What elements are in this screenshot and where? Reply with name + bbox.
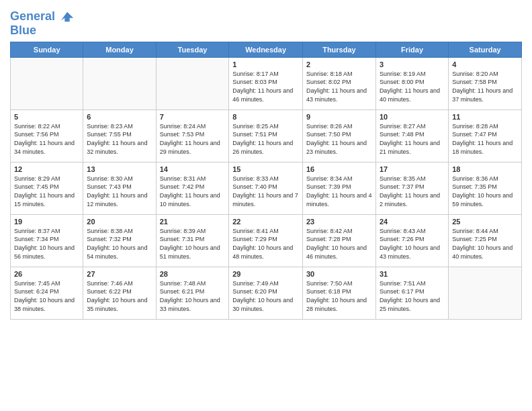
day-info: Sunrise: 8:38 AM Sunset: 7:32 PM Dayligh… — [87, 227, 152, 261]
day-number: 10 — [380, 113, 445, 121]
day-header-wednesday: Wednesday — [229, 42, 303, 57]
day-number: 17 — [380, 165, 445, 173]
day-cell: 18Sunrise: 8:36 AM Sunset: 7:35 PM Dayli… — [449, 162, 522, 214]
logo-text: General — [10, 9, 75, 24]
day-cell: 19Sunrise: 8:37 AM Sunset: 7:34 PM Dayli… — [11, 214, 83, 267]
day-info: Sunrise: 7:48 AM Sunset: 6:21 PM Dayligh… — [160, 279, 226, 313]
day-number: 5 — [14, 113, 79, 121]
day-info: Sunrise: 8:42 AM Sunset: 7:28 PM Dayligh… — [306, 227, 372, 261]
day-number: 4 — [452, 60, 518, 68]
day-cell: 31Sunrise: 7:51 AM Sunset: 6:17 PM Dayli… — [375, 267, 448, 319]
day-number: 8 — [232, 113, 299, 121]
day-number: 27 — [87, 270, 152, 278]
day-cell — [449, 267, 522, 319]
day-info: Sunrise: 8:20 AM Sunset: 7:58 PM Dayligh… — [452, 70, 518, 103]
day-number: 12 — [14, 165, 79, 173]
day-cell: 3Sunrise: 8:19 AM Sunset: 8:00 PM Daylig… — [375, 57, 448, 109]
day-info: Sunrise: 8:30 AM Sunset: 7:43 PM Dayligh… — [87, 175, 152, 208]
day-cell: 2Sunrise: 8:18 AM Sunset: 8:02 PM Daylig… — [302, 57, 375, 109]
days-of-week-row: SundayMondayTuesdayWednesdayThursdayFrid… — [11, 42, 522, 57]
day-number: 16 — [306, 165, 372, 173]
day-cell: 24Sunrise: 8:43 AM Sunset: 7:26 PM Dayli… — [375, 214, 448, 267]
day-header-thursday: Thursday — [302, 42, 375, 57]
day-info: Sunrise: 8:43 AM Sunset: 7:26 PM Dayligh… — [380, 227, 445, 261]
day-number: 1 — [232, 60, 299, 68]
day-info: Sunrise: 8:18 AM Sunset: 8:02 PM Dayligh… — [306, 70, 372, 103]
day-info: Sunrise: 8:35 AM Sunset: 7:37 PM Dayligh… — [380, 175, 445, 208]
day-cell: 20Sunrise: 8:38 AM Sunset: 7:32 PM Dayli… — [83, 214, 156, 267]
day-info: Sunrise: 7:45 AM Sunset: 6:24 PM Dayligh… — [14, 279, 79, 313]
day-cell: 23Sunrise: 8:42 AM Sunset: 7:28 PM Dayli… — [302, 214, 375, 267]
day-info: Sunrise: 8:27 AM Sunset: 7:48 PM Dayligh… — [380, 122, 445, 156]
day-info: Sunrise: 8:24 AM Sunset: 7:53 PM Dayligh… — [160, 122, 226, 156]
day-number: 9 — [306, 113, 372, 121]
day-info: Sunrise: 8:23 AM Sunset: 7:55 PM Dayligh… — [87, 122, 152, 156]
day-cell: 15Sunrise: 8:33 AM Sunset: 7:40 PM Dayli… — [229, 162, 303, 214]
day-cell: 10Sunrise: 8:27 AM Sunset: 7:48 PM Dayli… — [375, 109, 448, 162]
day-info: Sunrise: 8:37 AM Sunset: 7:34 PM Dayligh… — [14, 227, 79, 261]
day-info: Sunrise: 8:17 AM Sunset: 8:03 PM Dayligh… — [232, 70, 299, 103]
day-cell: 26Sunrise: 7:45 AM Sunset: 6:24 PM Dayli… — [11, 267, 83, 319]
day-number: 23 — [306, 218, 372, 226]
day-cell: 27Sunrise: 7:46 AM Sunset: 6:22 PM Dayli… — [83, 267, 156, 319]
day-cell — [156, 57, 229, 109]
day-cell: 16Sunrise: 8:34 AM Sunset: 7:39 PM Dayli… — [302, 162, 375, 214]
svg-marker-0 — [61, 12, 73, 22]
day-info: Sunrise: 8:33 AM Sunset: 7:40 PM Dayligh… — [232, 175, 299, 208]
day-cell: 17Sunrise: 8:35 AM Sunset: 7:37 PM Dayli… — [375, 162, 448, 214]
day-number: 7 — [160, 113, 226, 121]
page-container: General Blue SundayMondayTuesdayWednesda… — [0, 0, 532, 411]
day-cell: 4Sunrise: 8:20 AM Sunset: 7:58 PM Daylig… — [449, 57, 522, 109]
day-cell: 30Sunrise: 7:50 AM Sunset: 6:18 PM Dayli… — [302, 267, 375, 319]
day-info: Sunrise: 8:28 AM Sunset: 7:47 PM Dayligh… — [452, 122, 518, 156]
day-info: Sunrise: 7:49 AM Sunset: 6:20 PM Dayligh… — [232, 279, 299, 313]
day-info: Sunrise: 8:34 AM Sunset: 7:39 PM Dayligh… — [306, 175, 372, 208]
day-header-saturday: Saturday — [449, 42, 522, 57]
day-number: 14 — [160, 165, 226, 173]
logo-blue: Blue — [10, 24, 75, 38]
day-info: Sunrise: 7:51 AM Sunset: 6:17 PM Dayligh… — [380, 279, 445, 313]
day-cell: 28Sunrise: 7:48 AM Sunset: 6:21 PM Dayli… — [156, 267, 229, 319]
day-cell: 13Sunrise: 8:30 AM Sunset: 7:43 PM Dayli… — [83, 162, 156, 214]
day-cell: 5Sunrise: 8:22 AM Sunset: 7:56 PM Daylig… — [11, 109, 83, 162]
day-info: Sunrise: 8:26 AM Sunset: 7:50 PM Dayligh… — [306, 122, 372, 156]
day-cell: 1Sunrise: 8:17 AM Sunset: 8:03 PM Daylig… — [229, 57, 303, 109]
day-number: 6 — [87, 113, 152, 121]
day-cell: 7Sunrise: 8:24 AM Sunset: 7:53 PM Daylig… — [156, 109, 229, 162]
day-number: 11 — [452, 113, 518, 121]
day-number: 21 — [160, 218, 226, 226]
day-cell: 12Sunrise: 8:29 AM Sunset: 7:45 PM Dayli… — [11, 162, 83, 214]
day-cell: 9Sunrise: 8:26 AM Sunset: 7:50 PM Daylig… — [302, 109, 375, 162]
day-header-monday: Monday — [83, 42, 156, 57]
day-number: 28 — [160, 270, 226, 278]
day-number: 18 — [452, 165, 518, 173]
day-number: 2 — [306, 60, 372, 68]
day-info: Sunrise: 8:29 AM Sunset: 7:45 PM Dayligh… — [14, 175, 79, 208]
day-info: Sunrise: 8:31 AM Sunset: 7:42 PM Dayligh… — [160, 175, 226, 208]
day-info: Sunrise: 8:39 AM Sunset: 7:31 PM Dayligh… — [160, 227, 226, 261]
header: General Blue — [10, 7, 522, 38]
day-info: Sunrise: 8:44 AM Sunset: 7:25 PM Dayligh… — [452, 227, 518, 261]
day-info: Sunrise: 8:19 AM Sunset: 8:00 PM Dayligh… — [380, 70, 445, 103]
day-number: 31 — [380, 270, 445, 278]
day-cell — [11, 57, 83, 109]
day-info: Sunrise: 8:22 AM Sunset: 7:56 PM Dayligh… — [14, 122, 79, 156]
day-cell: 6Sunrise: 8:23 AM Sunset: 7:55 PM Daylig… — [83, 109, 156, 162]
day-cell: 22Sunrise: 8:41 AM Sunset: 7:29 PM Dayli… — [229, 214, 303, 267]
day-number: 26 — [14, 270, 79, 278]
day-number: 19 — [14, 218, 79, 226]
day-number: 30 — [306, 270, 372, 278]
day-cell: 29Sunrise: 7:49 AM Sunset: 6:20 PM Dayli… — [229, 267, 303, 319]
calendar: SundayMondayTuesdayWednesdayThursdayFrid… — [10, 42, 522, 320]
week-row-3: 12Sunrise: 8:29 AM Sunset: 7:45 PM Dayli… — [11, 162, 522, 214]
day-number: 20 — [87, 218, 152, 226]
day-cell: 25Sunrise: 8:44 AM Sunset: 7:25 PM Dayli… — [449, 214, 522, 267]
day-cell: 8Sunrise: 8:25 AM Sunset: 7:51 PM Daylig… — [229, 109, 303, 162]
day-header-tuesday: Tuesday — [156, 42, 229, 57]
day-header-sunday: Sunday — [11, 42, 83, 57]
calendar-header: SundayMondayTuesdayWednesdayThursdayFrid… — [11, 42, 522, 57]
day-cell: 14Sunrise: 8:31 AM Sunset: 7:42 PM Dayli… — [156, 162, 229, 214]
day-number: 22 — [232, 218, 299, 226]
calendar-body: 1Sunrise: 8:17 AM Sunset: 8:03 PM Daylig… — [11, 57, 522, 319]
day-info: Sunrise: 8:36 AM Sunset: 7:35 PM Dayligh… — [452, 175, 518, 208]
